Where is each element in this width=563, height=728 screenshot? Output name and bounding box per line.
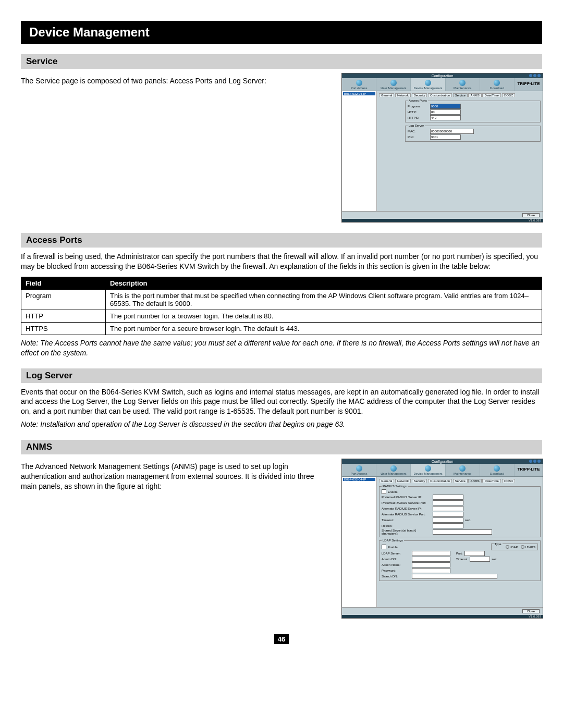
input-radius-timeout[interactable] [433, 517, 463, 523]
nav-port-access[interactable]: Port Access [342, 78, 376, 91]
nav-port-access-2[interactable]: Port Access [342, 464, 376, 476]
tab-service[interactable]: Service [453, 93, 468, 97]
input-password[interactable] [412, 568, 450, 573]
tab-datetime[interactable]: Date/Time [482, 93, 500, 97]
label-mac: MAC: [408, 130, 429, 133]
tab-network-2[interactable]: Network [395, 479, 411, 483]
radio-ldaps[interactable]: LDAPS [521, 545, 535, 549]
table-row: Program This is the port number that mus… [21, 289, 542, 310]
service-screenshot: Configuration Port Access User Managemen… [341, 73, 543, 223]
label-password: Password: [382, 569, 410, 572]
input-search-dn[interactable] [412, 574, 497, 579]
table-row: HTTP The port number for a browser login… [21, 310, 542, 322]
access-ports-note: Note: The Access Ports cannot have the s… [21, 338, 542, 358]
tab-anms-2[interactable]: ANMS [468, 479, 481, 483]
tab-datetime-2[interactable]: Date/Time [482, 479, 500, 483]
label-radius-timeout: Timeout: [382, 519, 431, 522]
tab-oobc[interactable]: OOBC [502, 93, 516, 97]
tab-general[interactable]: General [379, 93, 394, 97]
input-pref-ip[interactable] [433, 495, 463, 500]
fieldset-access-ports: Access Ports Program: HTTP: HTTPS: [405, 99, 541, 122]
fieldset-radius: RADIUS Settings Enable Preferred RADIUS … [379, 485, 541, 537]
label-ldap-timeout: Timeout: [456, 558, 468, 561]
heading-service: Service [21, 54, 542, 69]
input-program[interactable] [430, 104, 461, 109]
heading-log-server: Log Server [21, 368, 542, 383]
label-https: HTTPS: [408, 116, 429, 119]
app-title: Configuration [432, 74, 454, 78]
th-desc: Description [106, 277, 542, 289]
input-mac[interactable] [430, 129, 474, 134]
fieldset-ldap-type: Type LDAP LDAPS [491, 544, 538, 550]
label-secret: Shared Secret (at least 6 characters): [382, 529, 431, 535]
tab-oobc-2[interactable]: OOBC [502, 479, 516, 483]
tab-security-2[interactable]: Security [412, 479, 427, 483]
version-label: V1.0.093 [342, 219, 543, 222]
tree-node[interactable]: B064-032-04-IP [343, 92, 375, 95]
nav-maintenance[interactable]: Maintenance [446, 78, 480, 91]
tab-bar-2: General Network Security Customization S… [379, 479, 541, 483]
input-ldap-timeout[interactable] [470, 557, 490, 562]
nav-user-mgmt-2[interactable]: User Management [376, 464, 411, 476]
close-button-2[interactable]: Close [522, 609, 540, 613]
app-title-2: Configuration [432, 460, 454, 463]
label-pref-port: Preferred RADIUS Service Port: [382, 501, 431, 504]
table-row: HTTPS The port number for a secure brows… [21, 322, 542, 335]
input-admin-dn[interactable] [412, 557, 450, 562]
label-program: Program: [408, 105, 429, 108]
version-label-2: V1.0.093 [342, 615, 543, 618]
brand-logo-2: TRIPP·LITE [515, 464, 543, 476]
input-alt-port[interactable] [433, 512, 463, 517]
tab-security[interactable]: Security [412, 93, 427, 97]
input-https[interactable] [430, 115, 461, 120]
input-ldap-server[interactable] [412, 551, 450, 556]
tab-customization[interactable]: Customization [428, 93, 452, 97]
label-alt-port: Alternate RADIUS Service Port: [382, 513, 431, 516]
fieldset-ldap: LDAP Settings Enable Type LDAP LDAPS LDA [379, 539, 541, 581]
label-http: HTTP: [408, 110, 429, 114]
label-radius-enable: Enable [388, 490, 398, 493]
input-secret[interactable] [433, 529, 492, 535]
nav-download-2[interactable]: Download [480, 464, 515, 476]
tab-bar: General Network Security Customization S… [379, 93, 541, 97]
access-ports-text: If a firewall is being used, the Adminis… [21, 252, 542, 272]
nav-maintenance-2[interactable]: Maintenance [446, 464, 480, 476]
radio-ldap[interactable]: LDAP [506, 545, 518, 549]
nav-device-mgmt[interactable]: Device Management [411, 78, 445, 91]
input-ldap-port[interactable] [464, 551, 485, 556]
tab-general-2[interactable]: General [379, 479, 394, 483]
nav-user-mgmt[interactable]: User Management [376, 78, 411, 91]
label-port: Port: [408, 135, 429, 139]
anms-text: The Advanced Network Management Settings… [21, 462, 331, 491]
service-text: The Service page is composed of two pane… [21, 76, 331, 86]
label-ldap-enable: Enable [388, 546, 398, 549]
close-button[interactable]: Close [522, 213, 540, 217]
input-port[interactable] [430, 134, 461, 140]
input-alt-ip[interactable] [433, 506, 463, 511]
input-admin-name[interactable] [412, 562, 450, 567]
tab-service-2[interactable]: Service [453, 479, 468, 483]
label-alt-ip: Alternate RADIUS Server IP: [382, 507, 431, 510]
tree-node-2[interactable]: B064-032-04-IP [343, 478, 375, 481]
label-admin-dn: Admin DN: [382, 558, 410, 561]
nav-download[interactable]: Download [480, 78, 515, 91]
checkbox-radius-enable[interactable] [382, 489, 386, 494]
input-retries[interactable] [433, 523, 463, 528]
label-ldap-server: LDAP Server: [382, 552, 410, 555]
tab-anms[interactable]: ANMS [468, 93, 481, 97]
checkbox-ldap-enable[interactable] [382, 545, 386, 549]
input-pref-port[interactable] [433, 500, 463, 505]
nav-device-mgmt-2[interactable]: Device Management [411, 464, 445, 476]
input-http[interactable] [430, 109, 461, 115]
th-field: Field [21, 277, 106, 289]
brand-logo: TRIPP·LITE [515, 78, 543, 91]
heading-anms: ANMS [21, 440, 542, 454]
heading-access-ports: Access Ports [21, 233, 542, 248]
fieldset-log-server: Log Server MAC: Port: [405, 124, 541, 142]
tab-customization-2[interactable]: Customization [428, 479, 452, 483]
label-retries: Retries: [382, 524, 431, 527]
anms-screenshot: Configuration Port Access User Managemen… [341, 459, 543, 619]
tab-network[interactable]: Network [395, 93, 411, 97]
label-admin-name: Admin Name: [382, 563, 410, 566]
page-title: Device Management [21, 21, 542, 44]
